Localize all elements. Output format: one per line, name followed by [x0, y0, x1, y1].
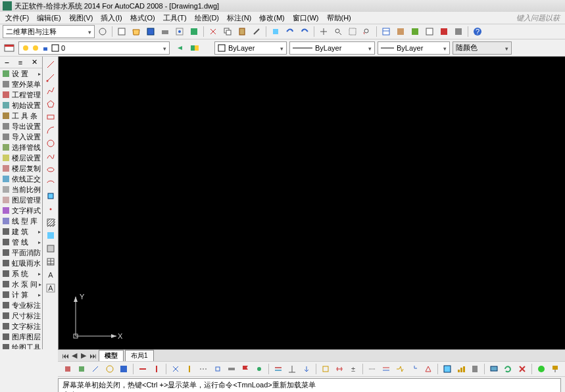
tab-last-icon[interactable]: ⏭ — [88, 352, 97, 360]
lineweight-dropdown[interactable]: ByLayer — [378, 41, 450, 55]
sidebar-item-20[interactable]: 水 泵 间▸ — [0, 279, 42, 289]
sidebar-item-23[interactable]: 尺寸标注▸ — [0, 310, 42, 321]
edit-1-icon[interactable] — [366, 362, 378, 376]
dim-1-icon[interactable] — [320, 362, 332, 376]
sidebar-item-1[interactable]: 室外菜单 — [0, 79, 42, 89]
sidebar-item-11[interactable]: 当前比例 — [0, 184, 42, 195]
tab-layout1[interactable]: 布局1 — [125, 350, 154, 361]
sidebar-item-8[interactable]: 楼层设置 — [0, 153, 42, 163]
print-icon[interactable] — [159, 25, 172, 38]
pan-icon[interactable] — [317, 25, 330, 38]
spline-icon[interactable] — [44, 150, 57, 163]
tool-4-icon[interactable] — [104, 362, 116, 376]
block-icon[interactable] — [44, 189, 57, 203]
circle-icon[interactable] — [44, 137, 57, 150]
ellipse-arc-icon[interactable] — [44, 176, 57, 189]
text-icon[interactable]: A — [44, 268, 57, 282]
plot-preview-icon[interactable] — [173, 25, 186, 38]
ray-icon[interactable] — [44, 71, 57, 84]
color-dropdown[interactable]: ByLayer — [214, 41, 287, 55]
point-icon[interactable] — [44, 203, 57, 216]
ellipse-icon[interactable] — [44, 163, 57, 176]
menu-icon[interactable]: ≡ — [18, 59, 22, 66]
save-icon[interactable] — [144, 25, 157, 38]
undo-icon[interactable] — [283, 25, 297, 38]
tab-next-icon[interactable]: ▶ — [79, 351, 88, 360]
zoom-window-icon[interactable] — [346, 25, 359, 38]
sidebar-item-26[interactable]: 绘图工具▸ — [0, 342, 42, 349]
menu-file[interactable]: 文件(F) — [5, 13, 29, 23]
zoom-realtime-icon[interactable] — [332, 25, 345, 38]
copy-icon[interactable] — [221, 25, 234, 38]
toolpalettes-icon[interactable] — [408, 25, 422, 38]
block-editor-icon[interactable] — [269, 25, 282, 38]
close-icon[interactable]: ✕ — [32, 58, 37, 66]
refresh-icon[interactable] — [502, 362, 514, 376]
layer-previous-icon[interactable] — [172, 41, 185, 55]
menu-dimension[interactable]: 标注(N) — [227, 13, 251, 23]
layer-tool-2-icon[interactable] — [286, 362, 298, 376]
valve-2-icon[interactable] — [184, 362, 195, 376]
sidebar-item-3[interactable]: 初始设置 — [0, 100, 42, 110]
valve-1-icon[interactable] — [170, 362, 182, 376]
tool-2-icon[interactable] — [76, 362, 87, 376]
menu-draw[interactable]: 绘图(D) — [195, 13, 219, 23]
sidebar-item-9[interactable]: 楼层复制 — [0, 163, 42, 174]
matchprop-icon[interactable] — [250, 25, 263, 38]
line-icon[interactable] — [44, 58, 57, 71]
sidebar-item-17[interactable]: 平面消防▸ — [0, 247, 42, 258]
layer-dropdown[interactable]: 0 — [18, 41, 170, 55]
tool-save-icon[interactable] — [118, 362, 130, 376]
table-icon[interactable] — [44, 255, 57, 268]
layer-tool-1-icon[interactable] — [272, 362, 284, 376]
menu-view[interactable]: 视图(V) — [69, 13, 93, 23]
paste-icon[interactable] — [235, 25, 249, 38]
calc-icon[interactable] — [469, 362, 481, 376]
hatch-icon[interactable] — [44, 216, 57, 229]
layer-state-icon[interactable] — [188, 41, 201, 55]
valve-4-icon[interactable] — [212, 362, 224, 376]
command-line[interactable]: 屏幕菜单初始关闭，热键<Ctrl +>显示菜单，运行命令<TmnLoad>重新加… — [58, 378, 561, 392]
minimize-icon[interactable]: ‒ — [5, 58, 9, 66]
polyline-icon[interactable] — [44, 84, 57, 97]
menu-window[interactable]: 窗口(W) — [293, 13, 319, 23]
sidebar-item-21[interactable]: 计 算▸ — [0, 289, 42, 300]
sidebar-item-16[interactable]: 管 线▸ — [0, 237, 42, 247]
dim-2-icon[interactable] — [333, 362, 345, 376]
help-icon[interactable]: ? — [471, 25, 484, 38]
menu-edit[interactable]: 编辑(E) — [37, 13, 61, 23]
menu-help[interactable]: 帮助(H) — [327, 13, 351, 23]
paint-icon[interactable] — [549, 362, 561, 376]
properties-icon[interactable] — [380, 25, 393, 38]
delete-icon[interactable] — [516, 362, 528, 376]
gradient-icon[interactable] — [44, 229, 57, 242]
menu-tools[interactable]: 工具(T) — [163, 13, 187, 23]
tab-first-icon[interactable]: ⏮ — [61, 352, 70, 360]
monitor-icon[interactable] — [488, 362, 500, 376]
sidebar-item-24[interactable]: 文字标注▸ — [0, 321, 42, 331]
arc-icon[interactable] — [44, 124, 57, 137]
sidebar-item-7[interactable]: 选择管线 — [0, 142, 42, 153]
calc-icon[interactable] — [452, 25, 465, 38]
workspace-settings-icon[interactable] — [96, 25, 109, 38]
layer-properties-icon[interactable] — [3, 41, 16, 55]
sidebar-item-25[interactable]: 图库图层▸ — [0, 331, 42, 342]
dim-3-icon[interactable]: ± — [347, 362, 359, 376]
arrow-down-icon[interactable] — [300, 362, 312, 376]
sidebar-item-4[interactable]: 工 具 条 — [0, 110, 42, 121]
mtext-icon[interactable]: A — [44, 282, 57, 295]
edit-4-icon[interactable] — [408, 362, 420, 376]
redo-icon[interactable] — [298, 25, 311, 38]
valve-3-icon[interactable] — [197, 362, 209, 376]
connector-icon[interactable] — [253, 362, 265, 376]
edit-2-icon[interactable] — [380, 362, 392, 376]
sidebar-item-10[interactable]: 依线正交 — [0, 174, 42, 184]
sheetset-icon[interactable] — [423, 25, 436, 38]
sidebar-item-2[interactable]: 工程管理 — [0, 89, 42, 100]
pipe-2-icon[interactable] — [151, 362, 162, 376]
region-icon[interactable] — [44, 242, 57, 255]
zoom-previous-icon[interactable] — [360, 25, 374, 38]
help-search[interactable]: 键入问题以获 — [516, 13, 560, 23]
rectangle-icon[interactable] — [44, 110, 57, 124]
sidebar-item-15[interactable]: 建 筑▸ — [0, 226, 42, 237]
